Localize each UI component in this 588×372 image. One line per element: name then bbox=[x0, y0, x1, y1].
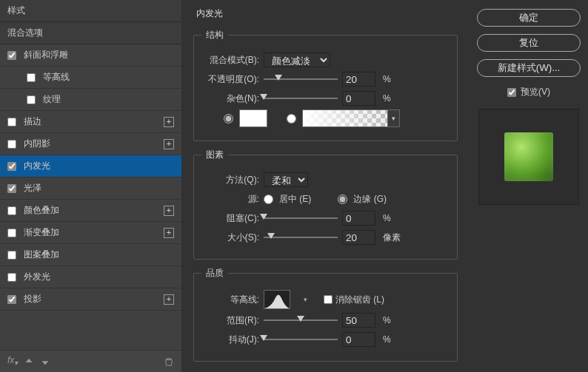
percent-unit: % bbox=[383, 315, 391, 325]
antialias-checkbox[interactable] bbox=[324, 295, 333, 304]
choke-label: 阻塞(C): bbox=[201, 212, 259, 225]
quality-legend: 品质 bbox=[201, 267, 228, 280]
source-label: 源: bbox=[201, 193, 259, 206]
structure-legend: 结构 bbox=[201, 29, 228, 41]
blend-mode-label: 混合模式(B): bbox=[201, 54, 259, 67]
jitter-label: 抖动(J): bbox=[201, 334, 259, 346]
sidebar-item-contour[interactable]: 等高线 bbox=[0, 67, 181, 89]
gradientoverlay-checkbox[interactable] bbox=[7, 229, 16, 237]
source-edge-label: 边缘 (G) bbox=[353, 193, 387, 206]
sidebar-header-blend[interactable]: 混合选项 bbox=[0, 22, 181, 44]
source-center-label: 居中 (E) bbox=[279, 193, 311, 206]
opacity-slider[interactable] bbox=[264, 75, 338, 83]
elements-group: 图素 方法(Q): 柔和 源: 居中 (E) 边缘 (G) 阻塞(C): bbox=[193, 149, 458, 260]
quality-group: 品质 等高线: ▾ 消除锯齿 (L) 范围(R): % bbox=[193, 267, 458, 362]
sidebar-footer: fx▾ bbox=[0, 350, 181, 372]
noise-slider[interactable] bbox=[264, 95, 338, 102]
sidebar-item-bevel[interactable]: 斜面和浮雕 bbox=[0, 44, 181, 67]
sidebar-item-texture[interactable]: 纹理 bbox=[0, 89, 181, 111]
sidebar-item-stroke[interactable]: 描边 + bbox=[0, 111, 181, 133]
range-input[interactable] bbox=[342, 313, 375, 328]
ok-button[interactable]: 确定 bbox=[477, 9, 581, 27]
source-edge-radio[interactable] bbox=[338, 195, 347, 204]
structure-group: 结构 混合模式(B): 颜色减淡 不透明度(O): % 杂色(N): % bbox=[193, 29, 458, 141]
solid-color-radio[interactable] bbox=[224, 114, 233, 124]
contour-picker[interactable] bbox=[264, 290, 290, 309]
chevron-down-icon[interactable]: ▾ bbox=[304, 296, 307, 303]
sidebar-item-coloroverlay[interactable]: 颜色叠加 + bbox=[0, 200, 181, 222]
percent-unit: % bbox=[383, 213, 391, 223]
arrow-down-icon[interactable] bbox=[40, 356, 50, 367]
opacity-input[interactable] bbox=[342, 72, 375, 87]
texture-checkbox[interactable] bbox=[27, 95, 36, 104]
jitter-slider[interactable] bbox=[264, 336, 338, 343]
item-label: 斜面和浮雕 bbox=[24, 49, 68, 61]
pixels-unit: 像素 bbox=[383, 231, 401, 244]
gradient-radio[interactable] bbox=[287, 114, 296, 124]
trash-icon[interactable] bbox=[164, 356, 174, 367]
item-label: 颜色叠加 bbox=[24, 204, 59, 217]
opacity-label: 不透明度(O): bbox=[201, 73, 259, 86]
add-icon[interactable]: + bbox=[164, 139, 174, 149]
choke-input[interactable] bbox=[342, 211, 375, 226]
contour-checkbox[interactable] bbox=[27, 73, 36, 82]
innershadow-checkbox[interactable] bbox=[7, 140, 16, 149]
cancel-button[interactable]: 复位 bbox=[477, 34, 581, 52]
technique-select[interactable]: 柔和 bbox=[264, 172, 308, 187]
item-label: 内阴影 bbox=[24, 138, 50, 150]
preview-checkbox[interactable] bbox=[507, 88, 516, 97]
patternoverlay-checkbox[interactable] bbox=[7, 251, 16, 260]
coloroverlay-checkbox[interactable] bbox=[7, 206, 16, 215]
preview-toggle[interactable]: 预览(V) bbox=[507, 86, 550, 98]
choke-slider[interactable] bbox=[264, 214, 338, 222]
satin-checkbox[interactable] bbox=[7, 184, 16, 193]
noise-input[interactable] bbox=[342, 91, 375, 106]
item-label: 外发光 bbox=[24, 271, 50, 283]
new-style-button[interactable]: 新建样式(W)... bbox=[477, 59, 581, 77]
item-label: 描边 bbox=[24, 115, 41, 128]
source-center-radio[interactable] bbox=[264, 195, 273, 204]
stroke-checkbox[interactable] bbox=[7, 118, 16, 126]
add-icon[interactable]: + bbox=[164, 206, 174, 216]
antialias-label: 消除锯齿 (L) bbox=[335, 294, 384, 306]
dropshadow-checkbox[interactable] bbox=[7, 295, 16, 304]
jitter-input[interactable] bbox=[342, 332, 375, 347]
color-swatch[interactable] bbox=[239, 109, 267, 127]
noise-label: 杂色(N): bbox=[201, 92, 259, 105]
innerglow-checkbox[interactable] bbox=[7, 162, 16, 171]
blend-mode-select[interactable]: 颜色减淡 bbox=[264, 53, 330, 67]
outerglow-checkbox[interactable] bbox=[7, 273, 16, 282]
add-icon[interactable]: + bbox=[164, 294, 174, 305]
size-slider[interactable] bbox=[264, 234, 338, 241]
sidebar-item-gradientoverlay[interactable]: 渐变叠加 + bbox=[0, 222, 181, 244]
bevel-checkbox[interactable] bbox=[7, 51, 16, 60]
arrow-up-icon[interactable] bbox=[24, 356, 34, 367]
add-icon[interactable]: + bbox=[164, 117, 174, 127]
percent-unit: % bbox=[383, 93, 391, 104]
size-label: 大小(S): bbox=[201, 231, 259, 244]
sidebar-item-innerglow[interactable]: 内发光 bbox=[0, 155, 181, 177]
gradient-dropdown-icon[interactable]: ▾ bbox=[388, 109, 400, 127]
item-label: 等高线 bbox=[43, 71, 70, 84]
add-icon[interactable]: + bbox=[164, 228, 174, 238]
sidebar-item-satin[interactable]: 光泽 bbox=[0, 177, 181, 200]
sidebar-item-dropshadow[interactable]: 投影 + bbox=[0, 288, 181, 311]
antialias-check[interactable]: 消除锯齿 (L) bbox=[324, 294, 384, 306]
percent-unit: % bbox=[383, 74, 391, 84]
range-slider[interactable] bbox=[264, 317, 338, 324]
gradient-swatch[interactable] bbox=[302, 109, 388, 127]
size-input[interactable] bbox=[342, 230, 375, 245]
sidebar-list: 斜面和浮雕 等高线 纹理 描边 + 内阴影 + 内发光 bbox=[0, 44, 181, 350]
fx-icon[interactable]: fx▾ bbox=[7, 355, 18, 367]
preview-label: 预览(V) bbox=[521, 86, 550, 98]
sidebar-item-outerglow[interactable]: 外发光 bbox=[0, 266, 181, 288]
main-panel: 内发光 结构 混合模式(B): 颜色减淡 不透明度(O): % 杂色(N): % bbox=[181, 0, 470, 372]
preview-thumbnail bbox=[504, 132, 553, 181]
item-label: 光泽 bbox=[24, 182, 41, 195]
contour-label: 等高线: bbox=[201, 294, 259, 306]
item-label: 投影 bbox=[24, 293, 41, 305]
sidebar-item-patternoverlay[interactable]: 图案叠加 bbox=[0, 244, 181, 266]
sidebar-header-styles[interactable]: 样式 bbox=[0, 0, 181, 22]
sidebar-item-innershadow[interactable]: 内阴影 + bbox=[0, 133, 181, 155]
range-label: 范围(R): bbox=[201, 314, 259, 327]
